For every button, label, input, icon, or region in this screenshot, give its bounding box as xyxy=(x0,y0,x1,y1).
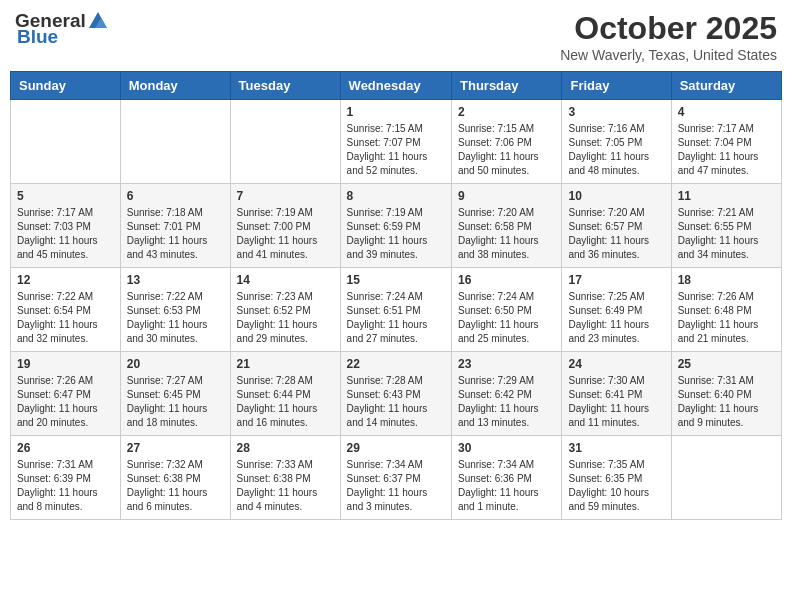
day-cell xyxy=(120,100,230,184)
day-cell: 14Sunrise: 7:23 AM Sunset: 6:52 PM Dayli… xyxy=(230,268,340,352)
weekday-header-thursday: Thursday xyxy=(452,72,562,100)
day-info: Sunrise: 7:30 AM Sunset: 6:41 PM Dayligh… xyxy=(568,374,664,430)
day-info: Sunrise: 7:34 AM Sunset: 6:36 PM Dayligh… xyxy=(458,458,555,514)
day-cell xyxy=(11,100,121,184)
day-number: 4 xyxy=(678,105,775,119)
day-info: Sunrise: 7:20 AM Sunset: 6:57 PM Dayligh… xyxy=(568,206,664,262)
day-number: 21 xyxy=(237,357,334,371)
weekday-header-sunday: Sunday xyxy=(11,72,121,100)
day-info: Sunrise: 7:23 AM Sunset: 6:52 PM Dayligh… xyxy=(237,290,334,346)
weekday-header-saturday: Saturday xyxy=(671,72,781,100)
day-info: Sunrise: 7:21 AM Sunset: 6:55 PM Dayligh… xyxy=(678,206,775,262)
day-cell: 27Sunrise: 7:32 AM Sunset: 6:38 PM Dayli… xyxy=(120,436,230,520)
calendar-table: SundayMondayTuesdayWednesdayThursdayFrid… xyxy=(10,71,782,520)
day-cell: 22Sunrise: 7:28 AM Sunset: 6:43 PM Dayli… xyxy=(340,352,451,436)
day-number: 23 xyxy=(458,357,555,371)
day-cell: 29Sunrise: 7:34 AM Sunset: 6:37 PM Dayli… xyxy=(340,436,451,520)
day-info: Sunrise: 7:24 AM Sunset: 6:51 PM Dayligh… xyxy=(347,290,445,346)
day-cell: 12Sunrise: 7:22 AM Sunset: 6:54 PM Dayli… xyxy=(11,268,121,352)
day-cell: 2Sunrise: 7:15 AM Sunset: 7:06 PM Daylig… xyxy=(452,100,562,184)
day-info: Sunrise: 7:26 AM Sunset: 6:48 PM Dayligh… xyxy=(678,290,775,346)
day-number: 14 xyxy=(237,273,334,287)
logo-blue-text: Blue xyxy=(17,26,58,48)
day-number: 1 xyxy=(347,105,445,119)
day-cell: 25Sunrise: 7:31 AM Sunset: 6:40 PM Dayli… xyxy=(671,352,781,436)
day-info: Sunrise: 7:34 AM Sunset: 6:37 PM Dayligh… xyxy=(347,458,445,514)
day-cell: 23Sunrise: 7:29 AM Sunset: 6:42 PM Dayli… xyxy=(452,352,562,436)
day-number: 16 xyxy=(458,273,555,287)
day-number: 24 xyxy=(568,357,664,371)
day-info: Sunrise: 7:31 AM Sunset: 6:39 PM Dayligh… xyxy=(17,458,114,514)
day-cell: 4Sunrise: 7:17 AM Sunset: 7:04 PM Daylig… xyxy=(671,100,781,184)
day-cell: 11Sunrise: 7:21 AM Sunset: 6:55 PM Dayli… xyxy=(671,184,781,268)
month-title: October 2025 xyxy=(560,10,777,47)
day-info: Sunrise: 7:25 AM Sunset: 6:49 PM Dayligh… xyxy=(568,290,664,346)
day-number: 25 xyxy=(678,357,775,371)
day-cell: 18Sunrise: 7:26 AM Sunset: 6:48 PM Dayli… xyxy=(671,268,781,352)
day-cell: 15Sunrise: 7:24 AM Sunset: 6:51 PM Dayli… xyxy=(340,268,451,352)
week-row-3: 12Sunrise: 7:22 AM Sunset: 6:54 PM Dayli… xyxy=(11,268,782,352)
day-number: 20 xyxy=(127,357,224,371)
day-cell: 28Sunrise: 7:33 AM Sunset: 6:38 PM Dayli… xyxy=(230,436,340,520)
day-number: 18 xyxy=(678,273,775,287)
day-info: Sunrise: 7:19 AM Sunset: 7:00 PM Dayligh… xyxy=(237,206,334,262)
day-cell: 20Sunrise: 7:27 AM Sunset: 6:45 PM Dayli… xyxy=(120,352,230,436)
day-number: 29 xyxy=(347,441,445,455)
day-number: 9 xyxy=(458,189,555,203)
day-info: Sunrise: 7:27 AM Sunset: 6:45 PM Dayligh… xyxy=(127,374,224,430)
day-number: 28 xyxy=(237,441,334,455)
weekday-header-monday: Monday xyxy=(120,72,230,100)
logo: General Blue xyxy=(15,10,110,48)
day-number: 10 xyxy=(568,189,664,203)
day-number: 11 xyxy=(678,189,775,203)
day-number: 5 xyxy=(17,189,114,203)
day-number: 27 xyxy=(127,441,224,455)
page-header: General Blue October 2025 New Waverly, T… xyxy=(10,10,782,63)
week-row-4: 19Sunrise: 7:26 AM Sunset: 6:47 PM Dayli… xyxy=(11,352,782,436)
day-info: Sunrise: 7:20 AM Sunset: 6:58 PM Dayligh… xyxy=(458,206,555,262)
day-info: Sunrise: 7:35 AM Sunset: 6:35 PM Dayligh… xyxy=(568,458,664,514)
day-cell xyxy=(230,100,340,184)
day-cell xyxy=(671,436,781,520)
logo-icon xyxy=(87,10,109,32)
day-info: Sunrise: 7:15 AM Sunset: 7:06 PM Dayligh… xyxy=(458,122,555,178)
day-info: Sunrise: 7:17 AM Sunset: 7:04 PM Dayligh… xyxy=(678,122,775,178)
day-info: Sunrise: 7:19 AM Sunset: 6:59 PM Dayligh… xyxy=(347,206,445,262)
day-cell: 3Sunrise: 7:16 AM Sunset: 7:05 PM Daylig… xyxy=(562,100,671,184)
day-info: Sunrise: 7:22 AM Sunset: 6:54 PM Dayligh… xyxy=(17,290,114,346)
weekday-header-wednesday: Wednesday xyxy=(340,72,451,100)
day-info: Sunrise: 7:29 AM Sunset: 6:42 PM Dayligh… xyxy=(458,374,555,430)
day-cell: 7Sunrise: 7:19 AM Sunset: 7:00 PM Daylig… xyxy=(230,184,340,268)
day-cell: 31Sunrise: 7:35 AM Sunset: 6:35 PM Dayli… xyxy=(562,436,671,520)
day-number: 3 xyxy=(568,105,664,119)
day-info: Sunrise: 7:26 AM Sunset: 6:47 PM Dayligh… xyxy=(17,374,114,430)
day-number: 12 xyxy=(17,273,114,287)
day-cell: 8Sunrise: 7:19 AM Sunset: 6:59 PM Daylig… xyxy=(340,184,451,268)
day-info: Sunrise: 7:24 AM Sunset: 6:50 PM Dayligh… xyxy=(458,290,555,346)
day-cell: 10Sunrise: 7:20 AM Sunset: 6:57 PM Dayli… xyxy=(562,184,671,268)
day-number: 8 xyxy=(347,189,445,203)
week-row-5: 26Sunrise: 7:31 AM Sunset: 6:39 PM Dayli… xyxy=(11,436,782,520)
day-number: 7 xyxy=(237,189,334,203)
day-number: 31 xyxy=(568,441,664,455)
day-number: 15 xyxy=(347,273,445,287)
location-title: New Waverly, Texas, United States xyxy=(560,47,777,63)
day-cell: 30Sunrise: 7:34 AM Sunset: 6:36 PM Dayli… xyxy=(452,436,562,520)
day-number: 17 xyxy=(568,273,664,287)
weekday-header-friday: Friday xyxy=(562,72,671,100)
day-cell: 5Sunrise: 7:17 AM Sunset: 7:03 PM Daylig… xyxy=(11,184,121,268)
day-info: Sunrise: 7:16 AM Sunset: 7:05 PM Dayligh… xyxy=(568,122,664,178)
day-cell: 19Sunrise: 7:26 AM Sunset: 6:47 PM Dayli… xyxy=(11,352,121,436)
day-info: Sunrise: 7:22 AM Sunset: 6:53 PM Dayligh… xyxy=(127,290,224,346)
weekday-header-row: SundayMondayTuesdayWednesdayThursdayFrid… xyxy=(11,72,782,100)
day-cell: 6Sunrise: 7:18 AM Sunset: 7:01 PM Daylig… xyxy=(120,184,230,268)
week-row-1: 1Sunrise: 7:15 AM Sunset: 7:07 PM Daylig… xyxy=(11,100,782,184)
day-number: 2 xyxy=(458,105,555,119)
title-area: October 2025 New Waverly, Texas, United … xyxy=(560,10,777,63)
day-info: Sunrise: 7:32 AM Sunset: 6:38 PM Dayligh… xyxy=(127,458,224,514)
day-number: 19 xyxy=(17,357,114,371)
day-info: Sunrise: 7:17 AM Sunset: 7:03 PM Dayligh… xyxy=(17,206,114,262)
day-cell: 13Sunrise: 7:22 AM Sunset: 6:53 PM Dayli… xyxy=(120,268,230,352)
day-info: Sunrise: 7:28 AM Sunset: 6:43 PM Dayligh… xyxy=(347,374,445,430)
day-number: 26 xyxy=(17,441,114,455)
